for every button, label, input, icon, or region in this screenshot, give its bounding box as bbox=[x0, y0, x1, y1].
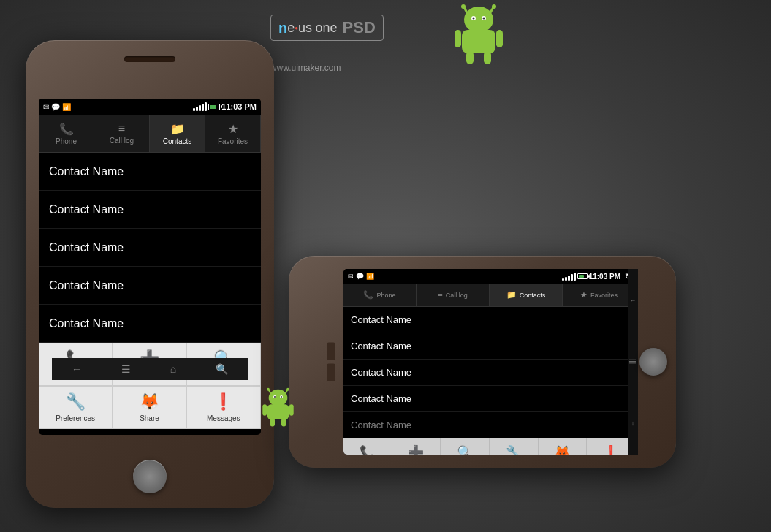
h-contact-item-2[interactable]: Contact Name bbox=[343, 333, 636, 360]
prefs-icon: 🔧 bbox=[66, 392, 86, 411]
contact-name-3: Contact Name bbox=[49, 241, 124, 254]
hbar2 bbox=[565, 277, 567, 281]
tab-contacts-label: Contacts bbox=[163, 137, 191, 145]
phone-vertical: ✉ 💬 📶 11:03 PM bbox=[26, 40, 274, 515]
calllog-tab-icon: ≡ bbox=[118, 122, 125, 135]
action-share[interactable]: 🦊 Share bbox=[113, 387, 186, 429]
h-tab-phone[interactable]: 📞 Phone bbox=[343, 284, 417, 306]
bar1 bbox=[193, 108, 195, 111]
h-tab-favorites[interactable]: ★ Favorites bbox=[563, 284, 636, 306]
svg-rect-24 bbox=[262, 404, 267, 415]
h-tab-calllog[interactable]: ≡ Call log bbox=[417, 284, 490, 306]
tab-favorites[interactable]: ★ Favorites bbox=[205, 115, 261, 152]
h-back-icon[interactable]: ← bbox=[630, 297, 637, 304]
h-action-1: 📞 bbox=[343, 438, 392, 455]
logo-text: e bbox=[287, 20, 295, 36]
menu-nav-icon[interactable]: ☰ bbox=[121, 363, 131, 375]
svg-rect-9 bbox=[462, 30, 495, 53]
svg-point-7 bbox=[473, 18, 475, 20]
h-favorites-icon: ★ bbox=[580, 290, 588, 300]
tab-contacts[interactable]: 📁 Contacts bbox=[150, 115, 205, 152]
contact-name-2: Contact Name bbox=[49, 203, 124, 216]
contact-item-2[interactable]: Contact Name bbox=[39, 191, 261, 229]
android-mascot-bottom bbox=[262, 387, 295, 430]
logo-box: n e ● us one PSD bbox=[270, 15, 384, 41]
phone-shell-horizontal: ✉ 💬 📶 11:03 PM bbox=[289, 256, 676, 468]
logo-one: one bbox=[316, 20, 338, 36]
tab-phone[interactable]: 📞 Phone bbox=[39, 115, 94, 152]
share-label: Share bbox=[140, 414, 159, 422]
h-battery-fill bbox=[579, 275, 584, 278]
bar2 bbox=[196, 107, 198, 111]
android-mascot-top bbox=[453, 4, 504, 69]
nexus-logo: n e ● us one bbox=[278, 20, 338, 37]
action-preferences[interactable]: 🔧 Preferences bbox=[39, 387, 113, 429]
back-nav-icon[interactable]: ← bbox=[72, 363, 82, 375]
status-time: 11:03 PM bbox=[221, 102, 257, 111]
h-battery bbox=[577, 273, 588, 279]
h-contact-name-5: Contact Name bbox=[351, 419, 411, 430]
phone-tab-icon: 📞 bbox=[59, 122, 74, 136]
h-contacts-icon: 📁 bbox=[506, 290, 517, 300]
tab-favorites-label: Favorites bbox=[218, 137, 248, 145]
action-messages[interactable]: ❗ Messages bbox=[187, 387, 261, 429]
messages-label: Messages bbox=[207, 414, 240, 422]
h-down-icon[interactable]: ↓ bbox=[631, 419, 635, 427]
contact-name-1: Contact Name bbox=[49, 165, 124, 178]
svg-point-8 bbox=[483, 18, 485, 20]
phone-screen-horizontal: ✉ 💬 📶 11:03 PM bbox=[343, 269, 636, 455]
h-tab-favorites-label: Favorites bbox=[590, 292, 618, 299]
h-tab-contacts[interactable]: 📁 Contacts bbox=[490, 284, 563, 306]
h-contact-name-4: Contact Name bbox=[351, 393, 411, 404]
favorites-tab-icon: ★ bbox=[228, 122, 238, 136]
contact-item-4[interactable]: Contact Name bbox=[39, 267, 261, 305]
home-button-horizontal[interactable] bbox=[639, 348, 667, 376]
contact-list-vertical: Contact Name Contact Name Contact Name C… bbox=[39, 153, 261, 343]
h-status-right: 11:03 PM ↻ bbox=[562, 272, 631, 281]
hbar4 bbox=[571, 274, 573, 281]
h-right-controls: ← ||| ↓ bbox=[628, 269, 638, 455]
h-contact-item-1[interactable]: Contact Name bbox=[343, 307, 636, 333]
svg-rect-23 bbox=[267, 404, 289, 419]
home-button-vertical[interactable] bbox=[133, 460, 167, 493]
home-nav-icon[interactable]: ⌂ bbox=[170, 363, 176, 375]
nav-bar-vertical: ← ☰ ⌂ 🔍 bbox=[52, 358, 248, 380]
wifi-icon: 📶 bbox=[62, 103, 71, 111]
contact-item-3[interactable]: Contact Name bbox=[39, 229, 261, 267]
h-contact-item-5[interactable]: Contact Name bbox=[343, 412, 636, 438]
h-tab-contacts-label: Contacts bbox=[520, 292, 546, 299]
bar3 bbox=[199, 105, 201, 111]
search-nav-icon[interactable]: 🔍 bbox=[216, 363, 228, 375]
svg-rect-26 bbox=[270, 418, 275, 427]
h-signal bbox=[562, 273, 576, 281]
tab-bar-vertical: 📞 Phone ≡ Call log 📁 Contacts ★ Favorite… bbox=[39, 115, 261, 153]
h-status-time: 11:03 PM bbox=[589, 273, 620, 281]
svg-rect-13 bbox=[484, 51, 491, 64]
contact-item-1[interactable]: Contact Name bbox=[39, 153, 261, 191]
svg-rect-10 bbox=[455, 30, 461, 48]
messages-icon: ❗ bbox=[213, 392, 233, 411]
svg-rect-25 bbox=[289, 404, 294, 415]
h-action-4: 🔧 bbox=[490, 438, 539, 455]
contact-item-5[interactable]: Contact Name bbox=[39, 305, 261, 343]
logo-text2: us bbox=[298, 20, 312, 36]
mail-icon: ✉ bbox=[43, 103, 49, 111]
bar5 bbox=[205, 102, 207, 111]
svg-point-17 bbox=[286, 388, 289, 391]
h-vol-icon: ||| bbox=[629, 359, 637, 364]
status-bar-vertical: ✉ 💬 📶 11:03 PM bbox=[39, 99, 261, 115]
h-contact-name-3: Contact Name bbox=[351, 367, 411, 378]
side-buttons bbox=[327, 343, 335, 381]
h-tab-phone-label: Phone bbox=[376, 292, 395, 299]
tab-calllog[interactable]: ≡ Call log bbox=[94, 115, 150, 152]
h-tab-calllog-label: Call log bbox=[446, 292, 468, 299]
bar4 bbox=[202, 104, 204, 111]
h-action-5: 🦊 bbox=[539, 438, 588, 455]
h-contact-item-4[interactable]: Contact Name bbox=[343, 386, 636, 412]
contact-list-horizontal: Contact Name Contact Name Contact Name C… bbox=[343, 307, 636, 438]
h-contact-item-3[interactable]: Contact Name bbox=[343, 360, 636, 386]
tab-calllog-label: Call log bbox=[110, 137, 134, 145]
logo-n: n bbox=[278, 20, 287, 37]
side-btn-1 bbox=[327, 343, 335, 360]
svg-point-1 bbox=[461, 4, 466, 9]
